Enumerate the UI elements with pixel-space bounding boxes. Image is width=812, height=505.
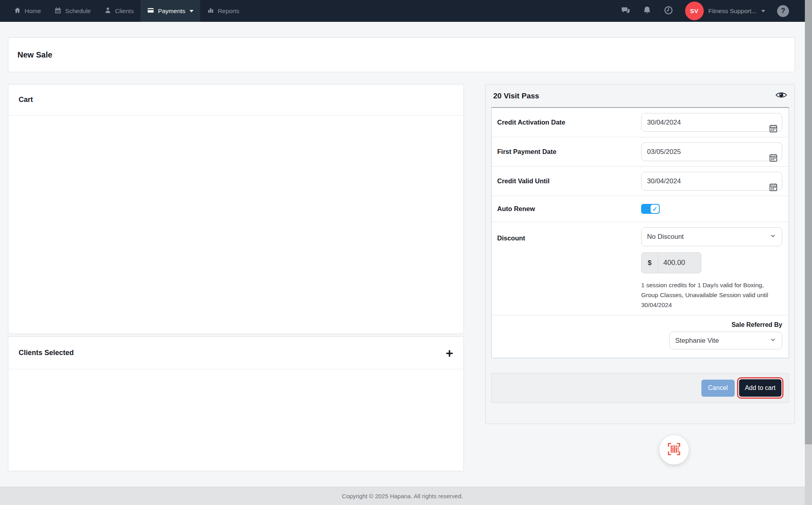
left-column: Cart Clients Selected + xyxy=(8,84,464,471)
product-panel: 20 Visit Pass Credit Activation Date xyxy=(485,84,795,424)
form-row-first-payment-date: First Payment Date xyxy=(492,137,789,167)
bell-icon xyxy=(642,6,652,17)
discount-selected-value: No Discount xyxy=(647,233,684,241)
price-input-group: $ 400.00 xyxy=(641,252,701,273)
credit-description: 1 session credits for 1 Day/s valid for … xyxy=(641,280,778,310)
form-row-credit-activation-date: Credit Activation Date xyxy=(492,108,789,137)
barcode-scan-button[interactable] xyxy=(659,435,689,465)
page-title: New Sale xyxy=(17,50,52,60)
nav-payments[interactable]: Payments xyxy=(140,0,200,22)
copyright-footer: Copyright © 2025 Hapana. All rights rese… xyxy=(0,487,805,505)
nav-reports-label: Reports xyxy=(218,8,239,15)
discount-select[interactable]: No Discount xyxy=(641,227,782,246)
nav-clients[interactable]: Clients xyxy=(98,0,140,22)
clients-selected-panel: Clients Selected + xyxy=(8,336,464,471)
page-header-card: New Sale xyxy=(8,37,795,72)
eye-icon xyxy=(776,91,787,101)
product-form: Credit Activation Date xyxy=(491,107,789,358)
chevron-down-icon xyxy=(190,10,193,12)
currency-prefix: $ xyxy=(642,253,658,273)
sale-referred-by-value: Stephanie Vite xyxy=(675,337,719,345)
add-to-cart-button[interactable]: Add to cart xyxy=(739,379,781,397)
right-column: 20 Visit Pass Credit Activation Date xyxy=(485,84,795,424)
auto-renew-toggle[interactable]: ✓ xyxy=(641,204,660,214)
click-highlight-ring: Add to cart xyxy=(737,377,783,399)
price-value: 400.00 xyxy=(658,253,701,273)
avatar: SV xyxy=(685,2,704,20)
cancel-button[interactable]: Cancel xyxy=(701,380,735,397)
nav-reports[interactable]: Reports xyxy=(200,0,246,22)
notifications-button[interactable] xyxy=(642,6,652,17)
main-content: New Sale Cart Clients Selected + xyxy=(0,22,805,487)
sale-referred-by-section: Sale Referred By Stephanie Vite xyxy=(492,315,789,358)
home-icon xyxy=(14,7,21,15)
history-button[interactable] xyxy=(664,6,673,17)
form-row-credit-valid-until: Credit Valid Until xyxy=(492,167,789,196)
first-payment-date-input[interactable] xyxy=(641,142,782,161)
chevron-down-icon xyxy=(770,232,776,241)
credit-activation-date-input[interactable] xyxy=(641,113,782,132)
form-row-discount: Discount No Discount $ xyxy=(492,222,789,315)
person-icon xyxy=(104,7,111,15)
chevron-down-icon xyxy=(761,10,765,12)
chat-bubbles-icon xyxy=(621,6,630,17)
credit-valid-until-input[interactable] xyxy=(641,172,782,190)
sale-referred-by-label: Sale Referred By xyxy=(498,321,782,328)
bar-chart-icon xyxy=(207,7,214,15)
top-nav: Home Schedule Clients Payments Report xyxy=(0,0,805,22)
sale-referred-by-select[interactable]: Stephanie Vite xyxy=(669,332,782,349)
clock-icon xyxy=(664,6,673,17)
first-payment-date-label: First Payment Date xyxy=(492,137,641,166)
clients-selected-title: Clients Selected xyxy=(19,349,74,357)
copyright-text: Copyright © 2025 Hapana. All rights rese… xyxy=(342,493,463,499)
chevron-down-icon xyxy=(770,336,776,345)
user-name: Fitness Support... xyxy=(709,8,756,15)
discount-label: Discount xyxy=(492,222,641,315)
credit-valid-until-label: Credit Valid Until xyxy=(492,167,641,196)
cart-title: Cart xyxy=(19,96,33,104)
messages-button[interactable] xyxy=(621,6,630,17)
preview-button[interactable] xyxy=(776,91,787,101)
cart-panel: Cart xyxy=(8,84,464,334)
window-scrollbar[interactable] xyxy=(805,0,812,505)
nav-home[interactable]: Home xyxy=(7,0,48,22)
barcode-scan-icon xyxy=(666,441,682,459)
calendar-icon xyxy=(54,7,61,15)
product-actions: Cancel Add to cart xyxy=(491,373,789,403)
nav-schedule[interactable]: Schedule xyxy=(48,0,98,22)
nav-home-label: Home xyxy=(25,8,41,15)
nav-right: SV Fitness Support... ? xyxy=(621,0,805,22)
nav-schedule-label: Schedule xyxy=(65,8,91,15)
toggle-check-icon: ✓ xyxy=(651,205,659,213)
help-button[interactable]: ? xyxy=(777,5,789,17)
nav-clients-label: Clients xyxy=(115,8,134,15)
user-menu[interactable]: SV Fitness Support... xyxy=(685,2,765,20)
auto-renew-label: Auto Renew xyxy=(492,196,641,222)
form-row-auto-renew: Auto Renew ✓ xyxy=(492,196,789,222)
credit-activation-date-label: Credit Activation Date xyxy=(492,108,641,137)
add-client-button[interactable]: + xyxy=(446,347,453,359)
product-title: 20 Visit Pass xyxy=(493,92,539,100)
credit-card-icon xyxy=(147,7,154,15)
scrollbar-thumb[interactable] xyxy=(805,0,812,444)
nav-payments-label: Payments xyxy=(158,8,185,15)
app-window: Home Schedule Clients Payments Report xyxy=(0,0,812,505)
